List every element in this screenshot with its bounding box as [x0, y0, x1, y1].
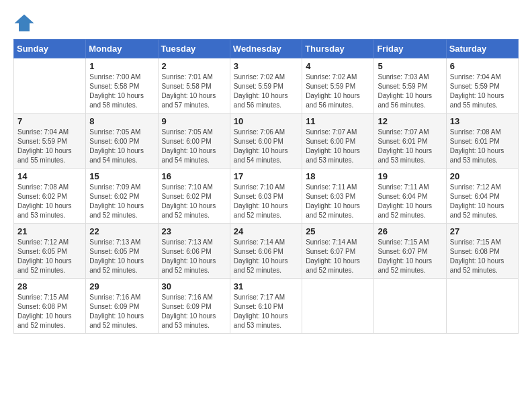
calendar-cell: 24Sunrise: 7:14 AMSunset: 6:06 PMDayligh… — [230, 224, 302, 279]
day-detail: Sunrise: 7:02 AMSunset: 5:59 PMDaylight:… — [234, 73, 298, 110]
day-number: 11 — [306, 116, 370, 126]
day-detail: Sunrise: 7:06 AMSunset: 6:00 PMDaylight:… — [234, 128, 298, 165]
day-number: 29 — [89, 281, 154, 291]
day-number: 15 — [89, 171, 154, 181]
calendar-cell: 19Sunrise: 7:11 AMSunset: 6:04 PMDayligh… — [374, 169, 446, 224]
calendar-week-row: 14Sunrise: 7:08 AMSunset: 6:02 PMDayligh… — [14, 169, 519, 224]
day-detail: Sunrise: 7:07 AMSunset: 6:00 PMDaylight:… — [306, 128, 370, 165]
calendar-cell: 30Sunrise: 7:16 AMSunset: 6:09 PMDayligh… — [158, 279, 230, 334]
calendar-cell: 15Sunrise: 7:09 AMSunset: 6:02 PMDayligh… — [86, 169, 158, 224]
day-number: 23 — [162, 226, 226, 236]
day-detail: Sunrise: 7:03 AMSunset: 5:59 PMDaylight:… — [378, 73, 442, 110]
day-number: 21 — [17, 226, 82, 236]
calendar-cell — [14, 58, 86, 113]
calendar-cell: 25Sunrise: 7:14 AMSunset: 6:07 PMDayligh… — [302, 224, 374, 279]
calendar-cell: 16Sunrise: 7:10 AMSunset: 6:02 PMDayligh… — [158, 169, 230, 224]
day-number: 24 — [234, 226, 298, 236]
day-detail: Sunrise: 7:08 AMSunset: 6:01 PMDaylight:… — [450, 128, 515, 165]
day-number: 9 — [162, 116, 226, 126]
calendar-cell: 6Sunrise: 7:04 AMSunset: 5:59 PMDaylight… — [446, 58, 518, 113]
day-detail: Sunrise: 7:00 AMSunset: 5:58 PMDaylight:… — [89, 73, 154, 110]
day-number: 18 — [306, 171, 370, 181]
day-detail: Sunrise: 7:13 AMSunset: 6:06 PMDaylight:… — [162, 238, 226, 275]
day-detail: Sunrise: 7:17 AMSunset: 6:10 PMDaylight:… — [234, 293, 298, 330]
day-detail: Sunrise: 7:02 AMSunset: 5:59 PMDaylight:… — [306, 73, 370, 110]
day-of-week-header: Thursday — [302, 40, 374, 58]
calendar-cell: 23Sunrise: 7:13 AMSunset: 6:06 PMDayligh… — [158, 224, 230, 279]
svg-marker-0 — [15, 15, 34, 32]
calendar-cell: 17Sunrise: 7:10 AMSunset: 6:03 PMDayligh… — [230, 169, 302, 224]
day-number: 2 — [162, 61, 226, 71]
calendar-table: SundayMondayTuesdayWednesdayThursdayFrid… — [13, 39, 519, 334]
day-number: 19 — [378, 171, 442, 181]
calendar-cell: 8Sunrise: 7:05 AMSunset: 6:00 PMDaylight… — [86, 113, 158, 169]
day-number: 25 — [306, 226, 370, 236]
day-detail: Sunrise: 7:11 AMSunset: 6:03 PMDaylight:… — [306, 183, 370, 220]
day-number: 12 — [378, 116, 442, 126]
calendar-cell: 10Sunrise: 7:06 AMSunset: 6:00 PMDayligh… — [230, 113, 302, 169]
day-of-week-header: Tuesday — [158, 40, 230, 58]
logo — [13, 13, 38, 32]
calendar-header-row: SundayMondayTuesdayWednesdayThursdayFrid… — [14, 40, 519, 58]
day-number: 20 — [450, 171, 515, 181]
day-detail: Sunrise: 7:07 AMSunset: 6:01 PMDaylight:… — [378, 128, 442, 165]
day-detail: Sunrise: 7:12 AMSunset: 6:04 PMDaylight:… — [450, 183, 515, 220]
day-of-week-header: Wednesday — [230, 40, 302, 58]
day-of-week-header: Saturday — [446, 40, 518, 58]
day-detail: Sunrise: 7:05 AMSunset: 6:00 PMDaylight:… — [162, 128, 226, 165]
day-number: 10 — [234, 116, 298, 126]
day-of-week-header: Monday — [86, 40, 158, 58]
day-number: 28 — [17, 281, 82, 291]
page-header — [13, 13, 519, 32]
day-detail: Sunrise: 7:15 AMSunset: 6:08 PMDaylight:… — [450, 238, 515, 275]
calendar-cell — [374, 279, 446, 334]
calendar-cell: 28Sunrise: 7:15 AMSunset: 6:08 PMDayligh… — [14, 279, 86, 334]
calendar-cell: 31Sunrise: 7:17 AMSunset: 6:10 PMDayligh… — [230, 279, 302, 334]
day-number: 6 — [450, 61, 515, 71]
calendar-cell — [446, 279, 518, 334]
calendar-cell: 4Sunrise: 7:02 AMSunset: 5:59 PMDaylight… — [302, 58, 374, 113]
day-detail: Sunrise: 7:11 AMSunset: 6:04 PMDaylight:… — [378, 183, 442, 220]
day-detail: Sunrise: 7:15 AMSunset: 6:07 PMDaylight:… — [378, 238, 442, 275]
calendar-cell: 27Sunrise: 7:15 AMSunset: 6:08 PMDayligh… — [446, 224, 518, 279]
day-detail: Sunrise: 7:16 AMSunset: 6:09 PMDaylight:… — [162, 293, 226, 330]
calendar-cell: 11Sunrise: 7:07 AMSunset: 6:00 PMDayligh… — [302, 113, 374, 169]
day-number: 26 — [378, 226, 442, 236]
calendar-week-row: 1Sunrise: 7:00 AMSunset: 5:58 PMDaylight… — [14, 58, 519, 113]
day-number: 22 — [89, 226, 154, 236]
day-detail: Sunrise: 7:12 AMSunset: 6:05 PMDaylight:… — [17, 238, 82, 275]
day-detail: Sunrise: 7:09 AMSunset: 6:02 PMDaylight:… — [89, 183, 154, 220]
calendar-cell — [302, 279, 374, 334]
day-number: 31 — [234, 281, 298, 291]
day-number: 1 — [89, 61, 154, 71]
day-detail: Sunrise: 7:08 AMSunset: 6:02 PMDaylight:… — [17, 183, 82, 220]
calendar-cell: 3Sunrise: 7:02 AMSunset: 5:59 PMDaylight… — [230, 58, 302, 113]
day-of-week-header: Friday — [374, 40, 446, 58]
calendar-cell: 2Sunrise: 7:01 AMSunset: 5:58 PMDaylight… — [158, 58, 230, 113]
day-detail: Sunrise: 7:14 AMSunset: 6:06 PMDaylight:… — [234, 238, 298, 275]
calendar-cell: 21Sunrise: 7:12 AMSunset: 6:05 PMDayligh… — [14, 224, 86, 279]
day-number: 3 — [234, 61, 298, 71]
day-detail: Sunrise: 7:13 AMSunset: 6:05 PMDaylight:… — [89, 238, 154, 275]
day-number: 14 — [17, 171, 82, 181]
calendar-cell: 29Sunrise: 7:16 AMSunset: 6:09 PMDayligh… — [86, 279, 158, 334]
day-number: 7 — [17, 116, 82, 126]
day-detail: Sunrise: 7:01 AMSunset: 5:58 PMDaylight:… — [162, 73, 226, 110]
calendar-cell: 1Sunrise: 7:00 AMSunset: 5:58 PMDaylight… — [86, 58, 158, 113]
day-number: 27 — [450, 226, 515, 236]
calendar-week-row: 28Sunrise: 7:15 AMSunset: 6:08 PMDayligh… — [14, 279, 519, 334]
calendar-cell: 22Sunrise: 7:13 AMSunset: 6:05 PMDayligh… — [86, 224, 158, 279]
day-detail: Sunrise: 7:15 AMSunset: 6:08 PMDaylight:… — [17, 293, 82, 330]
calendar-cell: 20Sunrise: 7:12 AMSunset: 6:04 PMDayligh… — [446, 169, 518, 224]
calendar-cell: 7Sunrise: 7:04 AMSunset: 5:59 PMDaylight… — [14, 113, 86, 169]
day-number: 30 — [162, 281, 226, 291]
day-number: 5 — [378, 61, 442, 71]
day-number: 13 — [450, 116, 515, 126]
day-of-week-header: Sunday — [14, 40, 86, 58]
calendar-cell: 26Sunrise: 7:15 AMSunset: 6:07 PMDayligh… — [374, 224, 446, 279]
day-detail: Sunrise: 7:05 AMSunset: 6:00 PMDaylight:… — [89, 128, 154, 165]
calendar-cell: 18Sunrise: 7:11 AMSunset: 6:03 PMDayligh… — [302, 169, 374, 224]
day-number: 16 — [162, 171, 226, 181]
logo-icon — [13, 13, 35, 32]
day-detail: Sunrise: 7:04 AMSunset: 5:59 PMDaylight:… — [450, 73, 515, 110]
